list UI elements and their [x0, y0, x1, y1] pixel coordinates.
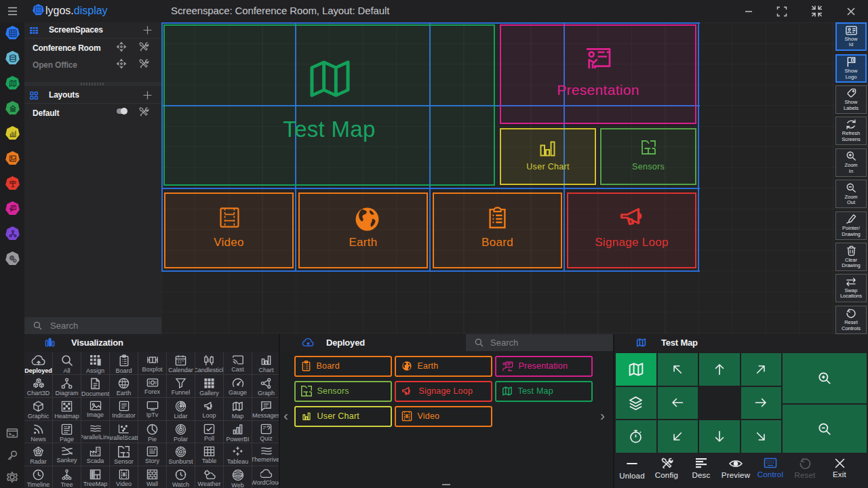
svg-text:www: www: [235, 473, 243, 477]
